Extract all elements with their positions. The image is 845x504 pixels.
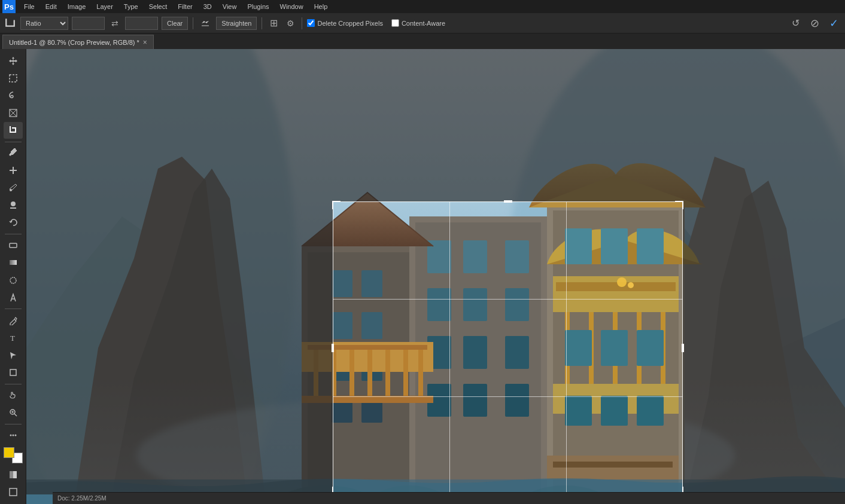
foreground-color-swatch[interactable] bbox=[4, 447, 14, 458]
svg-rect-72 bbox=[314, 350, 318, 396]
svg-point-16 bbox=[14, 434, 16, 436]
tab-title: Untitled-1 @ 80.7% (Crop Preview, RGB/8)… bbox=[9, 39, 139, 46]
toolbar-separator-4 bbox=[5, 384, 22, 384]
menu-window[interactable]: Window bbox=[275, 2, 308, 11]
svg-point-15 bbox=[12, 434, 14, 436]
history-brush-tool[interactable] bbox=[4, 215, 23, 231]
toolbar-separator-3 bbox=[5, 308, 22, 309]
document-tab[interactable]: Untitled-1 @ 80.7% (Crop Preview, RGB/8)… bbox=[2, 35, 154, 49]
hand-tool[interactable] bbox=[4, 387, 23, 403]
stamp-tool[interactable] bbox=[4, 197, 23, 213]
crop-handle-tl[interactable] bbox=[332, 201, 341, 209]
svg-rect-19 bbox=[10, 488, 17, 496]
svg-rect-6 bbox=[10, 260, 17, 265]
crop-border bbox=[333, 201, 683, 494]
cancel-crop-icon[interactable]: ⊘ bbox=[807, 16, 822, 31]
move-tool[interactable] bbox=[4, 53, 23, 69]
separator-2 bbox=[262, 17, 262, 29]
color-swatches[interactable] bbox=[4, 447, 23, 463]
dodge-tool[interactable] bbox=[4, 289, 23, 306]
crop-handle-right[interactable] bbox=[682, 344, 684, 352]
options-bar: Ratio ⇄ Clear Straighten ⊞ ⚙ Delete Crop… bbox=[0, 13, 845, 33]
delete-cropped-checkbox[interactable] bbox=[307, 19, 315, 27]
shape-tool[interactable] bbox=[4, 364, 23, 380]
menu-type[interactable]: Type bbox=[119, 2, 143, 11]
menu-bar: Ps File Edit Image Layer Type Select Fil… bbox=[0, 0, 845, 13]
grid-line-h1 bbox=[333, 299, 683, 300]
crop-handle-top[interactable] bbox=[504, 200, 512, 203]
commit-crop-icon[interactable]: ✓ bbox=[826, 16, 841, 31]
toolbar-separator-2 bbox=[5, 234, 22, 234]
more-tools[interactable] bbox=[4, 427, 23, 443]
svg-point-7 bbox=[10, 277, 16, 283]
straighten-button[interactable]: Straighten bbox=[216, 17, 257, 30]
svg-rect-9 bbox=[10, 369, 16, 375]
ratio-select[interactable]: Ratio bbox=[20, 17, 68, 30]
warp-tool[interactable] bbox=[4, 105, 23, 121]
svg-point-14 bbox=[10, 434, 11, 436]
separator-3 bbox=[302, 17, 302, 29]
grid-line-v1 bbox=[449, 201, 450, 494]
eyedropper-tool[interactable] bbox=[4, 145, 23, 161]
toolbar-separator-1 bbox=[5, 142, 22, 142]
toolbar-separator-5 bbox=[5, 424, 22, 424]
status-bar: Doc: 2.25M/2.25M bbox=[53, 492, 845, 504]
blur-tool[interactable] bbox=[4, 272, 23, 288]
lasso-tool[interactable] bbox=[4, 87, 23, 103]
crop-grid bbox=[333, 201, 683, 494]
grid-line-v2 bbox=[566, 201, 567, 494]
menu-select[interactable]: Select bbox=[144, 2, 172, 11]
crop-container[interactable] bbox=[333, 201, 683, 494]
content-aware-label[interactable]: Content-Aware bbox=[391, 19, 445, 27]
gradient-tool[interactable] bbox=[4, 255, 23, 271]
left-toolbar: T bbox=[0, 49, 26, 504]
clear-button[interactable]: Clear bbox=[162, 17, 188, 30]
menu-edit[interactable]: Edit bbox=[41, 2, 62, 11]
svg-rect-0 bbox=[10, 75, 17, 82]
path-select-tool[interactable] bbox=[4, 347, 23, 363]
height-input[interactable] bbox=[125, 17, 158, 30]
straighten-icon[interactable] bbox=[198, 17, 212, 30]
marquee-tool[interactable] bbox=[4, 70, 23, 86]
svg-rect-17 bbox=[10, 471, 13, 478]
separator-1 bbox=[193, 17, 193, 29]
svg-text:T: T bbox=[10, 334, 15, 343]
crop-handle-tr[interactable] bbox=[675, 201, 683, 209]
status-text: Doc: 2.25M/2.25M bbox=[57, 495, 107, 502]
svg-rect-5 bbox=[10, 243, 17, 248]
menu-view[interactable]: View bbox=[218, 2, 242, 11]
crop-tool-icon bbox=[4, 17, 17, 30]
menu-layer[interactable]: Layer bbox=[92, 2, 118, 11]
reset-crop-icon[interactable]: ↺ bbox=[788, 16, 803, 31]
menu-plugins[interactable]: Plugins bbox=[242, 2, 273, 11]
crop-handle-left[interactable] bbox=[332, 344, 334, 352]
menu-filter[interactable]: Filter bbox=[173, 2, 197, 11]
tab-close-button[interactable]: × bbox=[143, 38, 147, 47]
svg-point-4 bbox=[10, 189, 12, 191]
app-logo: Ps bbox=[2, 0, 16, 13]
menu-3d[interactable]: 3D bbox=[199, 2, 217, 11]
text-tool[interactable]: T bbox=[4, 329, 23, 346]
menu-file[interactable]: File bbox=[19, 2, 39, 11]
tab-bar: Untitled-1 @ 80.7% (Crop Preview, RGB/8)… bbox=[0, 33, 845, 49]
healing-tool[interactable] bbox=[4, 163, 23, 179]
eraser-tool[interactable] bbox=[4, 237, 23, 253]
brush-tool[interactable] bbox=[4, 180, 23, 196]
grid-overlay-icon[interactable]: ⊞ bbox=[267, 17, 280, 30]
menu-help[interactable]: Help bbox=[309, 2, 333, 11]
delete-cropped-label[interactable]: Delete Cropped Pixels bbox=[307, 19, 382, 27]
menu-image[interactable]: Image bbox=[63, 2, 91, 11]
pen-tool[interactable] bbox=[4, 312, 23, 328]
crop-options-icon[interactable]: ⚙ bbox=[284, 17, 297, 30]
canvas-area[interactable]: Doc: 2.25M/2.25M bbox=[26, 49, 845, 504]
zoom-tool[interactable] bbox=[4, 404, 23, 420]
quick-mask-button[interactable] bbox=[4, 467, 23, 483]
width-input[interactable] bbox=[72, 17, 105, 30]
swap-icon[interactable]: ⇄ bbox=[108, 17, 121, 30]
svg-rect-18 bbox=[13, 471, 17, 478]
content-aware-checkbox[interactable] bbox=[391, 19, 399, 27]
crop-tool[interactable] bbox=[4, 122, 23, 138]
screen-mode-button[interactable] bbox=[4, 484, 23, 500]
main-layout: T bbox=[0, 49, 845, 504]
svg-line-11 bbox=[14, 414, 17, 416]
